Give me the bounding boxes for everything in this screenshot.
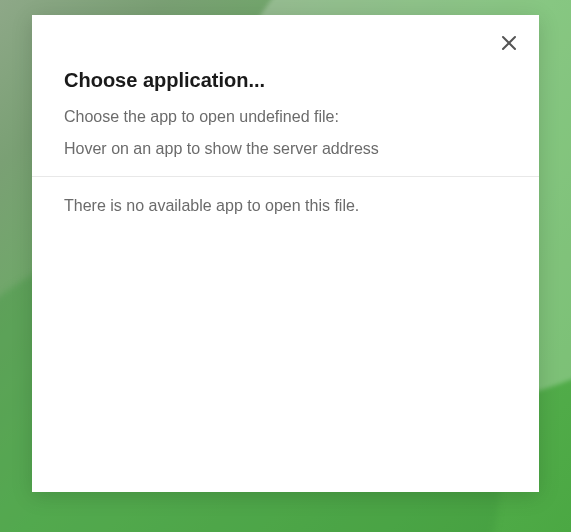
close-icon xyxy=(501,35,517,51)
dialog-hint: Hover on an app to show the server addre… xyxy=(64,140,507,158)
empty-app-message: There is no available app to open this f… xyxy=(64,197,507,215)
close-button[interactable] xyxy=(495,29,523,57)
dialog-title: Choose application... xyxy=(64,69,507,92)
dialog-body: There is no available app to open this f… xyxy=(32,177,539,492)
dialog-subtitle: Choose the app to open undefined file: xyxy=(64,108,507,126)
choose-application-dialog: Choose application... Choose the app to … xyxy=(32,15,539,492)
dialog-header: Choose application... Choose the app to … xyxy=(32,15,539,177)
